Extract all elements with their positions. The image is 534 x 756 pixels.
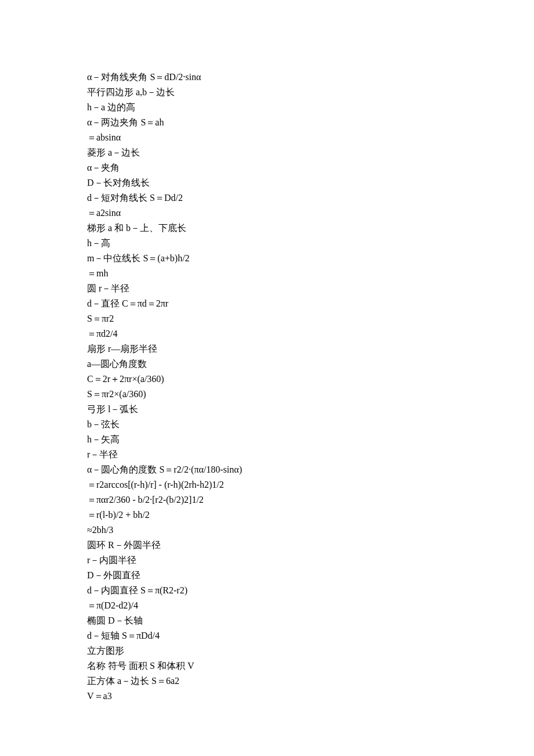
- text-line: r－内圆半径: [87, 553, 459, 568]
- text-line: h－矢高: [87, 432, 459, 447]
- text-line: ＝παr2/360 - b/2·[r2-(b/2)2]1/2: [87, 492, 459, 507]
- text-line: d－直径 C＝πd＝2πr: [87, 296, 459, 311]
- text-line: 名称 符号 面积 S 和体积 V: [87, 658, 459, 674]
- text-line: ≈2bh/3: [87, 523, 459, 538]
- text-line: S＝πr2×(a/360): [87, 387, 459, 402]
- text-line: D－外圆直径: [87, 568, 459, 583]
- text-line: a—圆心角度数: [87, 357, 459, 372]
- text-line: h－高: [87, 236, 459, 251]
- text-line: D－长对角线长: [87, 175, 459, 190]
- text-line: α－夹角: [87, 160, 459, 175]
- text-line: 扇形 r—扇形半径: [87, 341, 459, 357]
- text-line: α－两边夹角 S＝ah: [87, 115, 459, 130]
- text-line: 圆环 R－外圆半径: [87, 538, 459, 553]
- text-line: 立方图形: [87, 643, 459, 658]
- text-line: ＝πd2/4: [87, 326, 459, 341]
- text-line: ＝r(l-b)/2 + bh/2: [87, 507, 459, 523]
- text-line: α－圆心角的度数 S＝r2/2·(πα/180-sinα): [87, 462, 459, 477]
- text-line: 正方体 a－边长 S＝6a2: [87, 674, 459, 689]
- text-line: 椭圆 D－长轴: [87, 613, 459, 628]
- text-line: 菱形 a－边长: [87, 145, 459, 160]
- text-line: 弓形 l－弧长: [87, 402, 459, 417]
- text-line: ＝a2sinα: [87, 206, 459, 221]
- text-line: 平行四边形 a,b－边长: [87, 85, 459, 100]
- text-line: d－短轴 S＝πDd/4: [87, 628, 459, 643]
- text-line: C＝2r＋2πr×(a/360): [87, 372, 459, 387]
- text-line: b－弦长: [87, 417, 459, 432]
- text-line: α－对角线夹角 S＝dD/2·sinα: [87, 70, 459, 85]
- text-line: r－半径: [87, 447, 459, 462]
- text-line: S＝πr2: [87, 311, 459, 326]
- text-line: ＝π(D2-d2)/4: [87, 598, 459, 613]
- text-line: ＝mh: [87, 266, 459, 281]
- text-line: h－a 边的高: [87, 100, 459, 115]
- text-line: ＝absinα: [87, 130, 459, 145]
- text-line: d－内圆直径 S＝π(R2-r2): [87, 583, 459, 598]
- text-line: m－中位线长 S＝(a+b)h/2: [87, 251, 459, 266]
- text-line: ＝r2arccos[(r-h)/r] - (r-h)(2rh-h2)1/2: [87, 477, 459, 492]
- text-line: 梯形 a 和 b－上、下底长: [87, 221, 459, 236]
- document-page: α－对角线夹角 S＝dD/2·sinα 平行四边形 a,b－边长 h－a 边的高…: [0, 0, 534, 739]
- text-line: d－短对角线长 S＝Dd/2: [87, 190, 459, 206]
- text-line: V＝a3: [87, 689, 459, 704]
- text-line: 圆 r－半径: [87, 281, 459, 296]
